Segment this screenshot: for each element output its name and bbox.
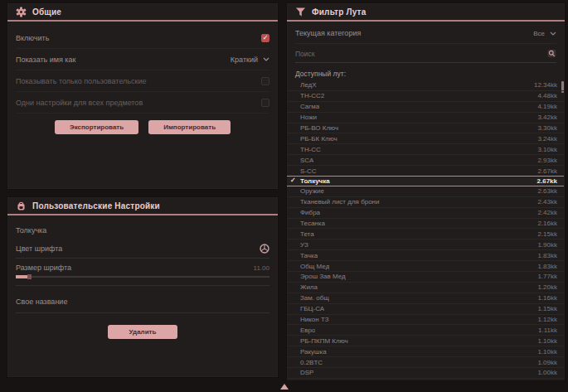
- loot-row[interactable]: ✓ РБ-ПКПМ Ключ 1.10kk: [287, 336, 564, 346]
- loot-item-name: Ножи: [300, 114, 317, 121]
- loot-row[interactable]: ✓ 0.2BTC 1.09kk: [287, 357, 564, 368]
- category-select[interactable]: Все: [533, 30, 556, 37]
- gear-icon: [16, 7, 27, 17]
- loot-row[interactable]: ✓ DSP 1.00kk: [287, 368, 564, 379]
- scroll-up-indicator-icon: [280, 384, 289, 390]
- chevron-down-icon: [263, 57, 269, 61]
- loot-item-value: 1.90kk: [537, 241, 557, 249]
- user-settings-header: Пользовательские Настройки: [7, 197, 278, 215]
- loot-item-value: 2.43kk: [537, 198, 557, 206]
- loot-row[interactable]: ✓ Ножи 3.42kk: [287, 113, 564, 123]
- search-icon[interactable]: [547, 49, 556, 58]
- loot-item-name: 0.2BTC: [300, 359, 323, 366]
- loot-item-value: 1.10kk: [537, 348, 557, 356]
- chevron-down-icon: [550, 31, 556, 36]
- loot-row[interactable]: ✓ Никон ТЗ 1.12kk: [287, 315, 564, 326]
- loot-row[interactable]: ✓ Толкучка 2.67kk: [287, 176, 564, 186]
- loot-item-value: 2.42kk: [537, 209, 557, 216]
- loot-item-value: 1.09kk: [537, 359, 557, 366]
- loot-row[interactable]: ✓ Тета 2.15kk: [287, 229, 564, 240]
- loot-item-name: Ракушка: [300, 348, 327, 356]
- loot-item-name: SCA: [300, 157, 313, 164]
- loot-item-value: 1.00kk: [537, 369, 557, 376]
- loot-item-value: 1.10kk: [537, 337, 557, 345]
- loot-item-name: УЗ: [300, 241, 308, 249]
- loot-item-value: 4.19kk: [537, 103, 557, 110]
- backpack-icon: [16, 201, 27, 211]
- loot-row[interactable]: ✓ Ракушка 1.10kk: [287, 346, 564, 357]
- loot-item-value: 2.67kk: [537, 177, 557, 185]
- name-mode-label: Показать имя как: [16, 56, 75, 64]
- loot-item-name: Эрош Зав Мед: [300, 273, 346, 280]
- loot-item-value: 3.10kk: [537, 146, 557, 153]
- loot-row[interactable]: ✓ ТН-СС 3.10kk: [287, 144, 564, 155]
- loot-item-name: ТН-СС2: [300, 92, 324, 99]
- loot-item-name: Зам. общ: [300, 294, 329, 302]
- search-input[interactable]: [295, 50, 547, 58]
- loot-row[interactable]: ✓ SCA 2.93kk: [287, 155, 564, 166]
- loot-item-value: 1.12kk: [537, 316, 557, 323]
- loot-row[interactable]: ✓ УЗ 1.90kk: [287, 240, 564, 250]
- slider-thumb[interactable]: [27, 274, 32, 279]
- color-wheel-icon[interactable]: [260, 244, 269, 254]
- general-panel-header: Общие: [7, 3, 278, 22]
- loot-row[interactable]: ✓ Тканевый лист для брони 2.43kk: [287, 197, 564, 208]
- loot-row[interactable]: ✓ Фибра 2.42kk: [287, 208, 564, 219]
- loot-row[interactable]: ✓ Общ Мед 1.83kk: [287, 261, 564, 272]
- custom-name-input[interactable]: [75, 298, 269, 306]
- setting-row-enable: Включить ✓: [16, 27, 269, 49]
- font-size-slider[interactable]: [16, 276, 269, 286]
- custom-name-row: Свое название: [16, 293, 269, 313]
- loot-row[interactable]: ✓ Эрош Зав Мед 1.77kk: [287, 272, 564, 283]
- font-color-row: Цвет шрифта: [16, 239, 269, 259]
- loot-list: ✓ ЛедХ 12.34kk ✓ ТН-СС2 4.48kk ✓ Сагма 4…: [287, 80, 564, 379]
- loot-row[interactable]: ✓ Сагма 4.19kk: [287, 102, 564, 113]
- loot-item-value: 1.83kk: [537, 263, 557, 270]
- loot-item-name: РБ-ВО Ключ: [300, 124, 338, 132]
- selected-item-name: Толкучка: [16, 226, 269, 235]
- loot-item-name: Жила: [300, 283, 318, 291]
- loot-row[interactable]: ✓ ЛедХ 12.34kk: [287, 80, 564, 91]
- delete-button[interactable]: Удалить: [108, 325, 178, 339]
- loot-row[interactable]: ✓ ГБЦ-СА 1.15kk: [287, 304, 564, 315]
- loot-row[interactable]: ✓ РБ-БК Ключ 3.24kk: [287, 133, 564, 144]
- loot-item-value: 1.20kk: [537, 283, 557, 291]
- custom-name-label: Свое название: [16, 298, 67, 306]
- loot-item-name: ЛедХ: [300, 81, 317, 89]
- enable-label: Включить: [16, 34, 49, 42]
- loot-row[interactable]: ✓ РБ-ВО Ключ 3.30kk: [287, 123, 564, 134]
- loot-row[interactable]: ✓ Тачка 1.83kk: [287, 250, 564, 261]
- check-icon: ✓: [290, 177, 296, 184]
- loot-row[interactable]: ✓ ТН-СС2 4.48kk: [287, 91, 564, 102]
- loot-row[interactable]: ✓ Оружие 2.63kk: [287, 186, 564, 197]
- loot-item-name: РБ-БК Ключ: [300, 135, 337, 143]
- loot-row[interactable]: ✓ Тесанка 2.16kk: [287, 219, 564, 230]
- loot-item-value: 2.67kk: [537, 167, 557, 175]
- loot-row[interactable]: ✓ Евро 1.11kk: [287, 325, 564, 336]
- import-button[interactable]: Импортировать: [148, 120, 231, 134]
- loot-item-value: 2.93kk: [537, 157, 557, 164]
- category-value: Все: [533, 30, 545, 37]
- enable-checkbox[interactable]: ✓: [261, 34, 269, 42]
- loot-item-name: Тета: [300, 230, 314, 238]
- loot-row[interactable]: ✓ Жила 1.20kk: [287, 283, 564, 293]
- loot-item-value: 1.15kk: [537, 305, 557, 312]
- custom-only-checkbox[interactable]: [261, 77, 269, 85]
- name-mode-select[interactable]: Краткий: [231, 56, 269, 64]
- loot-item-name: DSP: [300, 369, 313, 376]
- available-loot-label: Доступный лут:: [295, 70, 556, 78]
- loot-item-name: Общ Мед: [300, 263, 329, 270]
- loot-item-name: Тканевый лист для брони: [300, 198, 380, 206]
- loot-row[interactable]: ✓ Зам. общ 1.16kk: [287, 293, 564, 304]
- loot-item-value: 1.11kk: [538, 327, 557, 334]
- loot-item-value: 2.63kk: [537, 187, 557, 195]
- loot-item-value: 2.16kk: [537, 220, 557, 227]
- export-button[interactable]: Экспортировать: [55, 120, 138, 134]
- loot-item-value: 1.77kk: [537, 273, 557, 280]
- export-import-row: Экспортировать Импортировать: [7, 120, 278, 134]
- setting-row-custom-only: Показывать только пользовательские: [16, 70, 269, 92]
- user-settings-panel: Пользовательские Настройки Толкучка Цвет…: [7, 196, 279, 378]
- loot-filter-header: Фильтр Лута: [287, 3, 565, 22]
- funnel-icon: [295, 7, 306, 17]
- same-settings-checkbox[interactable]: [261, 99, 269, 107]
